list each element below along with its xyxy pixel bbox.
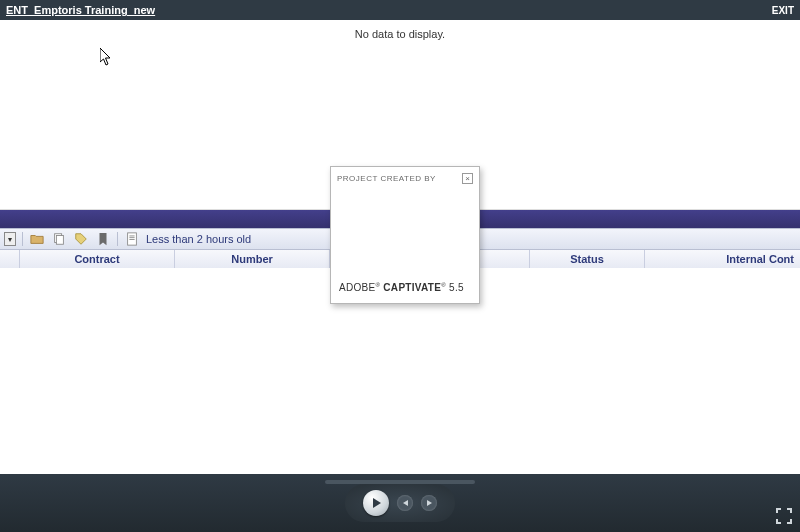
no-data-message: No data to display.: [0, 20, 800, 40]
copy-icon[interactable]: [51, 231, 67, 247]
playback-controls: [345, 484, 455, 522]
play-button[interactable]: [363, 490, 389, 516]
captivate-splash-dialog: PROJECT CREATED BY × ADOBE® CAPTIVATE® 5…: [330, 166, 480, 304]
bookmark-icon[interactable]: [95, 231, 111, 247]
open-folder-icon[interactable]: [29, 231, 45, 247]
title-bar: ENT_Emptoris Training_new EXIT: [0, 0, 800, 20]
prev-button[interactable]: [397, 495, 413, 511]
column-internal-contract[interactable]: Internal Cont: [645, 250, 800, 268]
column-status[interactable]: Status: [530, 250, 645, 268]
exit-button[interactable]: EXIT: [772, 5, 794, 16]
svg-rect-1: [56, 236, 63, 245]
toolbar-separator: [22, 232, 23, 246]
splash-version: 5.5: [449, 282, 464, 293]
playback-bar: [0, 474, 800, 532]
fullscreen-button[interactable]: [776, 508, 792, 524]
view-dropdown-toggle[interactable]: ▾: [4, 232, 16, 246]
column-contract[interactable]: Contract: [20, 250, 175, 268]
tag-icon[interactable]: [73, 231, 89, 247]
svg-rect-3: [129, 236, 134, 237]
cursor-arrow-icon: [100, 48, 112, 66]
next-button[interactable]: [421, 495, 437, 511]
page-icon[interactable]: [124, 231, 140, 247]
splash-brand: ADOBE: [339, 282, 376, 293]
column-number[interactable]: Number: [175, 250, 330, 268]
splash-heading: PROJECT CREATED BY: [337, 174, 436, 183]
splash-product: CAPTIVATE: [383, 282, 441, 293]
progress-track[interactable]: [325, 480, 475, 484]
splash-product-line: ADOBE® CAPTIVATE® 5.5: [339, 282, 464, 293]
svg-rect-5: [129, 239, 134, 240]
project-title: ENT_Emptoris Training_new: [6, 4, 155, 16]
close-icon[interactable]: ×: [462, 173, 473, 184]
column-selector[interactable]: [0, 250, 20, 268]
svg-rect-4: [129, 237, 134, 238]
age-filter-link[interactable]: Less than 2 hours old: [146, 233, 251, 245]
toolbar-separator: [117, 232, 118, 246]
